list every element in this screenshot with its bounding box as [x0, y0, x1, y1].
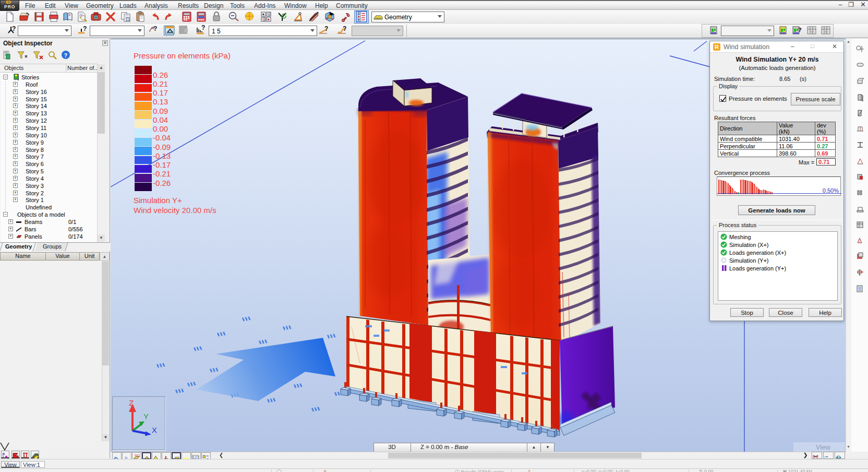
svg-text:?: ?: [343, 25, 346, 32]
svg-text:?: ?: [153, 25, 157, 32]
svg-text:Z: Z: [129, 398, 134, 407]
svg-text:?: ?: [12, 25, 16, 32]
svg-text:?: ?: [64, 52, 68, 58]
svg-text:Q: Q: [268, 12, 271, 16]
svg-text:?: ?: [324, 25, 328, 32]
svg-text:R: R: [715, 44, 719, 50]
svg-text:X: X: [152, 426, 157, 434]
svg-text:■: ■: [262, 13, 264, 16]
svg-text:Q: Q: [262, 17, 266, 21]
svg-text:■: ■: [268, 18, 270, 21]
svg-text:?: ?: [798, 27, 802, 33]
svg-text:Y: Y: [143, 412, 149, 421]
svg-text:?: ?: [83, 25, 87, 32]
svg-text:N12: N12: [135, 454, 140, 457]
svg-text:?: ?: [201, 25, 205, 31]
